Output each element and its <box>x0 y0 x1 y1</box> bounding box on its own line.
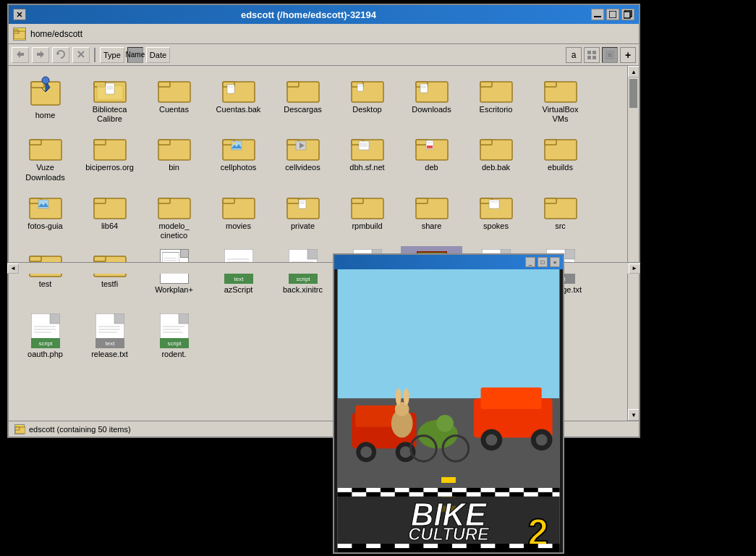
file-item-test[interactable]: test <box>14 246 76 307</box>
file-item-share[interactable]: share <box>401 188 462 243</box>
scroll-down-button[interactable]: ▼ <box>628 409 639 421</box>
scroll-left-button[interactable]: ◄ <box>7 264 19 274</box>
file-item-modelo[interactable]: modelo_cinetico <box>143 188 205 243</box>
view-icon-btn[interactable] <box>602 47 618 63</box>
file-item-fotos-guia[interactable]: fotos-guia <box>14 188 76 243</box>
file-label: Downloads <box>412 105 451 114</box>
scroll-track[interactable] <box>628 77 639 409</box>
file-item-cuentas[interactable]: Cuentas <box>143 72 205 127</box>
svg-rect-170 <box>114 313 124 324</box>
folder-icon <box>221 75 256 104</box>
svg-rect-16 <box>587 56 591 59</box>
file-item-deb-bak[interactable]: deb.bak <box>465 130 527 185</box>
svg-rect-156 <box>565 249 575 259</box>
svg-rect-4 <box>609 11 616 18</box>
file-item-lib64[interactable]: lib64 <box>79 188 140 243</box>
preview-close-btn[interactable]: × <box>550 257 560 267</box>
preview-window: _ □ × <box>333 253 564 554</box>
file-item-spokes[interactable]: spokes <box>465 188 527 243</box>
file-label: cellphotos <box>221 163 257 172</box>
file-item-biciperros[interactable]: biciperros.org <box>79 130 140 185</box>
svg-rect-126 <box>307 249 318 259</box>
back-button[interactable] <box>12 47 29 63</box>
folder-icon <box>286 191 320 220</box>
window-controls <box>591 9 634 20</box>
svg-point-200 <box>436 415 454 432</box>
close-button[interactable] <box>13 9 26 20</box>
preview-minimize-btn[interactable]: _ <box>525 257 535 267</box>
location-bar: home/edscott <box>9 24 639 44</box>
view-grid-btn[interactable] <box>584 47 600 63</box>
file-item-biblioteca-calibre[interactable]: BibliotecaCalibre <box>79 72 140 127</box>
restore-button[interactable] <box>621 9 634 20</box>
preview-maximize-btn[interactable]: □ <box>538 257 548 267</box>
forward-button[interactable] <box>32 47 49 63</box>
file-item-src[interactable]: src <box>530 188 591 243</box>
file-item-rpmbuild[interactable]: rpmbuild <box>336 188 398 243</box>
file-item-movies[interactable]: movies <box>208 188 269 243</box>
view-alpha-btn[interactable]: a <box>566 47 582 63</box>
view-plus-btn[interactable]: + <box>620 47 636 63</box>
maximize-button[interactable] <box>606 9 619 20</box>
folder-icon <box>28 191 63 220</box>
file-item-testfi[interactable]: testfi <box>79 246 140 307</box>
svg-marker-10 <box>37 51 44 58</box>
svg-rect-104 <box>489 200 499 208</box>
svg-rect-239 <box>538 544 553 548</box>
file-item-azscript[interactable]: text azScript <box>208 246 269 307</box>
file-item-cuentas-bak[interactable]: Cuentas.bak <box>208 72 269 127</box>
file-item-descargas[interactable]: Descargas <box>272 72 334 127</box>
file-label: azScript <box>224 285 253 295</box>
svg-rect-217 <box>481 488 496 492</box>
svg-marker-9 <box>17 51 24 58</box>
scroll-thumb[interactable] <box>629 79 637 108</box>
file-item-ebuilds[interactable]: ebuilds <box>530 130 591 185</box>
file-item-desktop[interactable]: Desktop <box>336 72 398 127</box>
file-label: ebuilds <box>548 163 573 172</box>
file-item-rodent[interactable]: script rodent. <box>143 311 205 362</box>
stop-button[interactable] <box>72 47 90 63</box>
date-button[interactable]: Date <box>146 47 170 63</box>
folder-icon <box>479 132 514 161</box>
type-button[interactable]: Type <box>100 47 124 63</box>
svg-rect-235 <box>423 544 438 548</box>
svg-rect-50 <box>480 82 492 87</box>
file-item-cellphotos[interactable]: cellphotos <box>208 130 269 185</box>
file-item-oauth[interactable]: script oauth.php <box>14 311 76 362</box>
folder-icon <box>157 191 192 220</box>
file-item-cellvideos[interactable]: cellvideos <box>272 130 334 185</box>
scroll-right-button[interactable]: ► <box>629 264 640 274</box>
file-label: deb <box>425 163 438 172</box>
svg-rect-6 <box>624 12 630 18</box>
file-item-workplan[interactable]: text Workplan+ <box>143 246 205 307</box>
file-label: bin <box>169 163 179 172</box>
svg-rect-234 <box>395 544 409 548</box>
file-item-downloads[interactable]: Downloads <box>401 72 462 127</box>
svg-rect-46 <box>420 84 428 93</box>
svg-rect-227 <box>553 492 560 497</box>
file-item-bin[interactable]: bin <box>143 130 205 185</box>
svg-text:text: text <box>234 276 244 282</box>
file-item-release[interactable]: text release.txt <box>79 311 140 362</box>
file-label: Escritorio <box>480 105 513 114</box>
file-item-private[interactable]: private <box>272 188 334 243</box>
file-label: spokes <box>483 222 509 231</box>
file-item-back-xinitrc[interactable]: script back.xinitrc <box>272 246 334 307</box>
file-item-escritorio[interactable]: Escritorio <box>465 72 527 127</box>
file-item-deb[interactable]: deb <box>401 130 462 185</box>
file-item-vuze[interactable]: VuzeDownloads <box>14 130 76 185</box>
scroll-up-button[interactable]: ▲ <box>628 66 639 77</box>
svg-rect-238 <box>509 544 524 548</box>
file-label: Cuentas.bak <box>216 105 261 114</box>
preview-image-content: BIKE CULTURE 2 <box>334 269 563 552</box>
svg-rect-85 <box>38 200 48 208</box>
file-item-home[interactable]: home <box>14 72 76 127</box>
file-label: VirtualBoxVMs <box>543 105 579 124</box>
reload-button[interactable] <box>52 47 69 63</box>
minimize-button[interactable] <box>591 9 604 20</box>
svg-rect-3 <box>594 16 601 17</box>
name-button[interactable]: Name <box>127 47 143 63</box>
file-item-dbh[interactable]: dbh.sf.net <box>336 130 398 185</box>
file-item-virtualbox[interactable]: VirtualBoxVMs <box>530 72 591 127</box>
folder-icon <box>93 191 127 220</box>
